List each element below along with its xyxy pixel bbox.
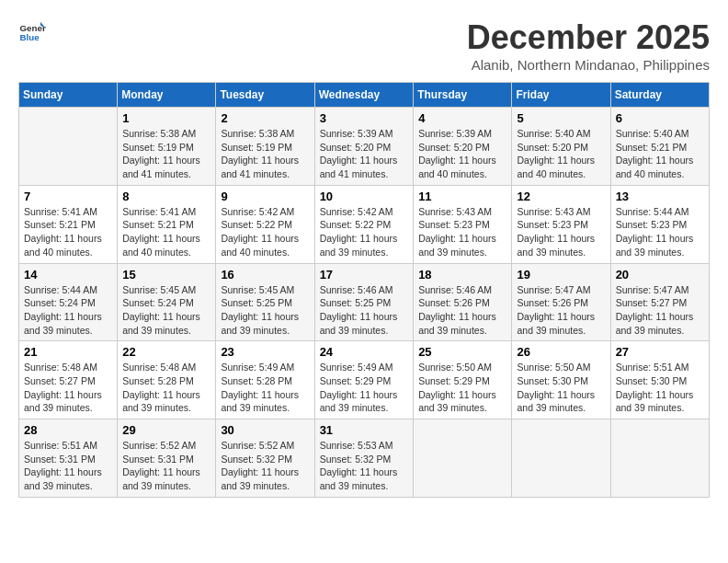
column-header-saturday: Saturday	[610, 83, 709, 108]
calendar-cell: 11Sunrise: 5:43 AM Sunset: 5:23 PM Dayli…	[414, 185, 512, 263]
day-number: 27	[616, 345, 704, 359]
calendar-week-1: 1Sunrise: 5:38 AM Sunset: 5:19 PM Daylig…	[19, 108, 710, 186]
day-info: Sunrise: 5:44 AM Sunset: 5:23 PM Dayligh…	[616, 205, 704, 259]
calendar-cell: 27Sunrise: 5:51 AM Sunset: 5:30 PM Dayli…	[610, 341, 709, 419]
calendar-cell: 4Sunrise: 5:39 AM Sunset: 5:20 PM Daylig…	[414, 108, 512, 186]
calendar-week-5: 28Sunrise: 5:51 AM Sunset: 5:31 PM Dayli…	[19, 419, 710, 498]
day-info: Sunrise: 5:47 AM Sunset: 5:26 PM Dayligh…	[517, 283, 605, 338]
calendar-body: 1Sunrise: 5:38 AM Sunset: 5:19 PM Daylig…	[19, 108, 710, 498]
day-info: Sunrise: 5:38 AM Sunset: 5:19 PM Dayligh…	[221, 127, 309, 181]
calendar-cell: 19Sunrise: 5:47 AM Sunset: 5:26 PM Dayli…	[512, 263, 610, 341]
calendar-cell: 20Sunrise: 5:47 AM Sunset: 5:27 PM Dayli…	[610, 263, 709, 341]
day-info: Sunrise: 5:41 AM Sunset: 5:21 PM Dayligh…	[24, 205, 112, 259]
day-info: Sunrise: 5:39 AM Sunset: 5:20 PM Dayligh…	[320, 127, 409, 181]
calendar-title: December 2025	[467, 18, 710, 57]
calendar-cell	[414, 419, 512, 498]
day-number: 20	[616, 268, 704, 282]
calendar-cell: 18Sunrise: 5:46 AM Sunset: 5:26 PM Dayli…	[414, 263, 512, 341]
day-number: 29	[122, 423, 210, 437]
day-info: Sunrise: 5:48 AM Sunset: 5:28 PM Dayligh…	[122, 361, 210, 415]
day-number: 1	[122, 111, 210, 125]
day-number: 13	[616, 190, 704, 203]
calendar-cell: 7Sunrise: 5:41 AM Sunset: 5:21 PM Daylig…	[19, 185, 118, 263]
day-info: Sunrise: 5:52 AM Sunset: 5:31 PM Dayligh…	[122, 439, 210, 493]
day-number: 7	[24, 190, 112, 203]
day-number: 26	[517, 345, 605, 359]
day-number: 23	[221, 345, 309, 359]
day-info: Sunrise: 5:40 AM Sunset: 5:21 PM Dayligh…	[616, 127, 704, 181]
day-info: Sunrise: 5:44 AM Sunset: 5:24 PM Dayligh…	[24, 283, 112, 338]
day-info: Sunrise: 5:42 AM Sunset: 5:22 PM Dayligh…	[320, 205, 409, 259]
calendar-cell	[19, 108, 118, 186]
day-info: Sunrise: 5:53 AM Sunset: 5:32 PM Dayligh…	[320, 439, 409, 493]
column-header-wednesday: Wednesday	[314, 83, 414, 108]
day-info: Sunrise: 5:43 AM Sunset: 5:23 PM Dayligh…	[418, 205, 506, 259]
day-info: Sunrise: 5:51 AM Sunset: 5:30 PM Dayligh…	[616, 361, 704, 415]
day-info: Sunrise: 5:51 AM Sunset: 5:31 PM Dayligh…	[24, 439, 112, 493]
calendar-cell: 26Sunrise: 5:50 AM Sunset: 5:30 PM Dayli…	[512, 341, 610, 419]
calendar-subtitle: Alanib, Northern Mindanao, Philippines	[467, 57, 710, 73]
day-number: 19	[517, 268, 605, 282]
day-info: Sunrise: 5:41 AM Sunset: 5:21 PM Dayligh…	[122, 205, 210, 259]
calendar-cell: 17Sunrise: 5:46 AM Sunset: 5:25 PM Dayli…	[314, 263, 414, 341]
day-info: Sunrise: 5:45 AM Sunset: 5:24 PM Dayligh…	[122, 283, 210, 338]
calendar-cell: 8Sunrise: 5:41 AM Sunset: 5:21 PM Daylig…	[118, 185, 216, 263]
calendar-cell: 29Sunrise: 5:52 AM Sunset: 5:31 PM Dayli…	[118, 419, 216, 498]
column-header-thursday: Thursday	[414, 83, 512, 108]
calendar-cell: 5Sunrise: 5:40 AM Sunset: 5:20 PM Daylig…	[512, 108, 610, 186]
day-info: Sunrise: 5:42 AM Sunset: 5:22 PM Dayligh…	[221, 205, 309, 259]
day-info: Sunrise: 5:48 AM Sunset: 5:27 PM Dayligh…	[24, 361, 112, 415]
day-info: Sunrise: 5:43 AM Sunset: 5:23 PM Dayligh…	[517, 205, 605, 259]
calendar-cell: 25Sunrise: 5:50 AM Sunset: 5:29 PM Dayli…	[414, 341, 512, 419]
calendar-cell	[610, 419, 709, 498]
day-info: Sunrise: 5:50 AM Sunset: 5:30 PM Dayligh…	[517, 361, 605, 415]
day-number: 21	[24, 345, 112, 359]
day-info: Sunrise: 5:52 AM Sunset: 5:32 PM Dayligh…	[221, 439, 309, 493]
day-number: 28	[24, 423, 112, 437]
calendar-table: SundayMondayTuesdayWednesdayThursdayFrid…	[18, 82, 710, 498]
day-number: 3	[320, 111, 409, 125]
day-info: Sunrise: 5:46 AM Sunset: 5:25 PM Dayligh…	[320, 283, 409, 338]
day-info: Sunrise: 5:40 AM Sunset: 5:20 PM Dayligh…	[517, 127, 605, 181]
day-number: 24	[320, 345, 409, 359]
svg-text:Blue: Blue	[20, 32, 40, 42]
day-info: Sunrise: 5:45 AM Sunset: 5:25 PM Dayligh…	[221, 283, 309, 338]
day-info: Sunrise: 5:38 AM Sunset: 5:19 PM Dayligh…	[122, 127, 210, 181]
calendar-week-2: 7Sunrise: 5:41 AM Sunset: 5:21 PM Daylig…	[19, 185, 710, 263]
calendar-cell: 15Sunrise: 5:45 AM Sunset: 5:24 PM Dayli…	[118, 263, 216, 341]
column-header-monday: Monday	[118, 83, 216, 108]
calendar-cell: 30Sunrise: 5:52 AM Sunset: 5:32 PM Dayli…	[216, 419, 314, 498]
day-number: 8	[122, 190, 210, 203]
calendar-week-3: 14Sunrise: 5:44 AM Sunset: 5:24 PM Dayli…	[19, 263, 710, 341]
day-number: 22	[122, 345, 210, 359]
column-header-tuesday: Tuesday	[216, 83, 314, 108]
day-number: 31	[320, 423, 409, 437]
day-number: 30	[221, 423, 309, 437]
column-header-friday: Friday	[512, 83, 610, 108]
calendar-cell: 2Sunrise: 5:38 AM Sunset: 5:19 PM Daylig…	[216, 108, 314, 186]
calendar-week-4: 21Sunrise: 5:48 AM Sunset: 5:27 PM Dayli…	[19, 341, 710, 419]
day-info: Sunrise: 5:46 AM Sunset: 5:26 PM Dayligh…	[418, 283, 506, 338]
calendar-cell: 21Sunrise: 5:48 AM Sunset: 5:27 PM Dayli…	[19, 341, 118, 419]
column-header-sunday: Sunday	[19, 83, 118, 108]
day-number: 16	[221, 268, 309, 282]
day-number: 2	[221, 111, 309, 125]
calendar-cell: 13Sunrise: 5:44 AM Sunset: 5:23 PM Dayli…	[610, 185, 709, 263]
calendar-cell: 9Sunrise: 5:42 AM Sunset: 5:22 PM Daylig…	[216, 185, 314, 263]
day-number: 15	[122, 268, 210, 282]
calendar-cell: 14Sunrise: 5:44 AM Sunset: 5:24 PM Dayli…	[19, 263, 118, 341]
title-area: December 2025 Alanib, Northern Mindanao,…	[467, 18, 710, 73]
calendar-header-row: SundayMondayTuesdayWednesdayThursdayFrid…	[19, 83, 710, 108]
calendar-cell: 23Sunrise: 5:49 AM Sunset: 5:28 PM Dayli…	[216, 341, 314, 419]
day-info: Sunrise: 5:39 AM Sunset: 5:20 PM Dayligh…	[418, 127, 506, 181]
day-number: 12	[517, 190, 605, 203]
day-info: Sunrise: 5:49 AM Sunset: 5:29 PM Dayligh…	[320, 361, 409, 415]
day-number: 9	[221, 190, 309, 203]
day-number: 11	[418, 190, 506, 203]
calendar-cell: 28Sunrise: 5:51 AM Sunset: 5:31 PM Dayli…	[19, 419, 118, 498]
logo: General Blue	[18, 18, 46, 46]
calendar-cell: 12Sunrise: 5:43 AM Sunset: 5:23 PM Dayli…	[512, 185, 610, 263]
calendar-cell: 6Sunrise: 5:40 AM Sunset: 5:21 PM Daylig…	[610, 108, 709, 186]
calendar-cell: 22Sunrise: 5:48 AM Sunset: 5:28 PM Dayli…	[118, 341, 216, 419]
day-info: Sunrise: 5:49 AM Sunset: 5:28 PM Dayligh…	[221, 361, 309, 415]
